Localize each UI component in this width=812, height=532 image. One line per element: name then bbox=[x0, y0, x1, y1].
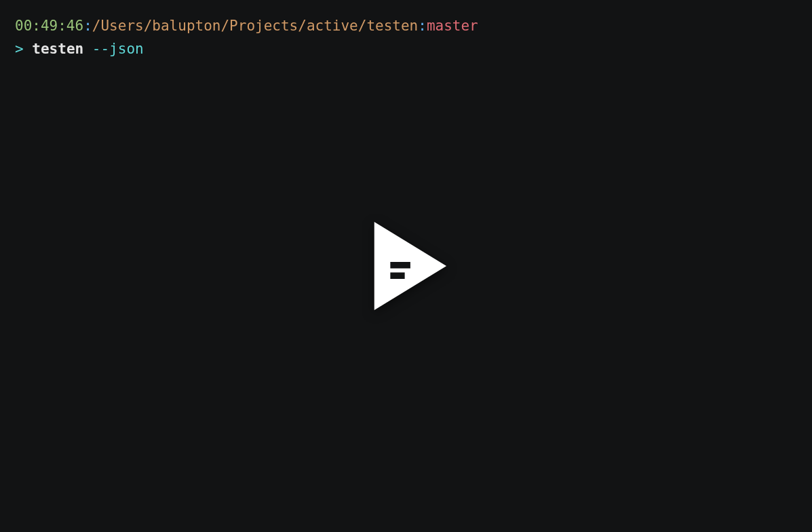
play-icon bbox=[366, 222, 447, 310]
prompt-branch: master bbox=[427, 18, 478, 34]
prompt-time: 00:49:46 bbox=[15, 18, 83, 34]
command-argument: --json bbox=[92, 41, 144, 57]
command-name: testen bbox=[32, 41, 83, 57]
prompt-separator: : bbox=[83, 18, 92, 34]
terminal-output: 00:49:46:/Users/balupton/Projects/active… bbox=[0, 0, 812, 75]
play-button[interactable] bbox=[366, 222, 447, 310]
prompt-line-2: > testen --json bbox=[15, 38, 797, 61]
prompt-line-1: 00:49:46:/Users/balupton/Projects/active… bbox=[15, 15, 797, 38]
prompt-path: /Users/balupton/Projects/active/testen bbox=[92, 18, 418, 34]
prompt-separator-2: : bbox=[418, 18, 427, 34]
prompt-char: > bbox=[15, 41, 24, 57]
